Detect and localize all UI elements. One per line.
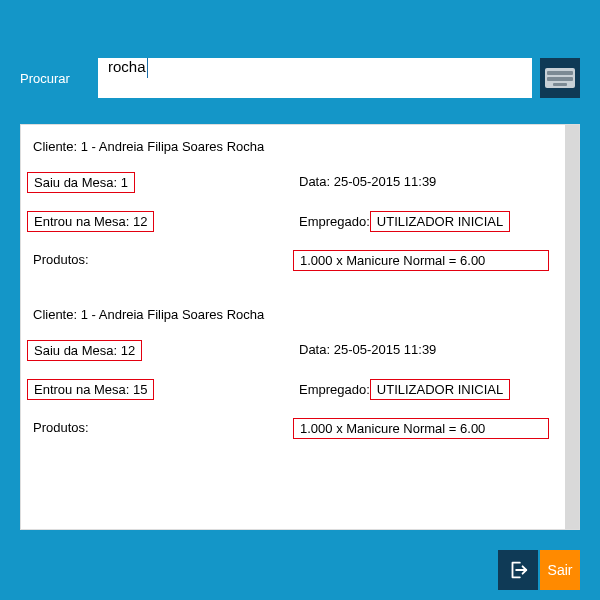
label-saiu: Saiu da Mesa: bbox=[34, 175, 117, 190]
value-saiu: 12 bbox=[121, 343, 135, 358]
value-entrou: 15 bbox=[133, 382, 147, 397]
text-caret bbox=[147, 58, 148, 78]
label-produtos: Produtos: bbox=[33, 252, 89, 267]
client-line: Cliente: 1 - Andreia Filipa Soares Rocha bbox=[27, 139, 559, 154]
exit-icon-box[interactable] bbox=[498, 550, 538, 590]
search-label: Procurar bbox=[20, 71, 90, 86]
label-saiu: Saiu da Mesa: bbox=[34, 343, 117, 358]
window: Procurar rocha Cliente: 1 - Andreia Fili… bbox=[0, 0, 600, 600]
label-entrou: Entrou na Mesa: bbox=[34, 382, 129, 397]
value-data: 25-05-2015 11:39 bbox=[334, 174, 437, 189]
entrou-box: Entrou na Mesa: 12 bbox=[27, 211, 154, 232]
keyboard-button[interactable] bbox=[540, 58, 580, 98]
client-name: Andreia Filipa Soares Rocha bbox=[99, 307, 264, 322]
value-data: 25-05-2015 11:39 bbox=[334, 342, 437, 357]
label-cliente: Cliente: bbox=[33, 307, 77, 322]
search-bar: Procurar rocha bbox=[20, 58, 580, 98]
label-data: Data: bbox=[299, 174, 330, 189]
value-saiu: 1 bbox=[121, 175, 128, 190]
row-produtos: Produtos: 1.000 x Manicure Normal = 6.00 bbox=[27, 418, 559, 439]
produto-box: 1.000 x Manicure Normal = 6.00 bbox=[293, 418, 549, 439]
search-input[interactable]: rocha bbox=[98, 58, 532, 98]
row-produtos: Produtos: 1.000 x Manicure Normal = 6.00 bbox=[27, 250, 559, 271]
label-entrou: Entrou na Mesa: bbox=[34, 214, 129, 229]
results-panel: Cliente: 1 - Andreia Filipa Soares Rocha… bbox=[20, 124, 580, 530]
row-saiu-data: Saiu da Mesa: 1 Data: 25-05-2015 11:39 bbox=[27, 172, 559, 193]
exit-icon bbox=[507, 559, 529, 581]
exit-button[interactable]: Sair bbox=[540, 550, 580, 590]
search-input-value: rocha bbox=[108, 58, 146, 75]
value-entrou: 12 bbox=[133, 214, 147, 229]
scrollbar[interactable] bbox=[565, 125, 579, 529]
keyboard-icon bbox=[545, 68, 575, 88]
saiu-box: Saiu da Mesa: 12 bbox=[27, 340, 142, 361]
row-entrou-emp: Entrou na Mesa: 12 Empregado: UTILIZADOR… bbox=[27, 211, 559, 232]
results-content: Cliente: 1 - Andreia Filipa Soares Rocha… bbox=[21, 125, 565, 529]
client-name: Andreia Filipa Soares Rocha bbox=[99, 139, 264, 154]
client-line: Cliente: 1 - Andreia Filipa Soares Rocha bbox=[27, 307, 559, 322]
row-entrou-emp: Entrou na Mesa: 15 Empregado: UTILIZADOR… bbox=[27, 379, 559, 400]
produto-box: 1.000 x Manicure Normal = 6.00 bbox=[293, 250, 549, 271]
label-data: Data: bbox=[299, 342, 330, 357]
label-empregado: Empregado: bbox=[299, 214, 370, 229]
row-saiu-data: Saiu da Mesa: 12 Data: 25-05-2015 11:39 bbox=[27, 340, 559, 361]
footer: Sair bbox=[498, 550, 580, 590]
client-id: 1 bbox=[81, 139, 88, 154]
label-produtos: Produtos: bbox=[33, 420, 89, 435]
label-empregado: Empregado: bbox=[299, 382, 370, 397]
empregado-box: UTILIZADOR INICIAL bbox=[370, 211, 510, 232]
client-id: 1 bbox=[81, 307, 88, 322]
entrou-box: Entrou na Mesa: 15 bbox=[27, 379, 154, 400]
log-entry: Cliente: 1 - Andreia Filipa Soares Rocha… bbox=[27, 307, 559, 439]
saiu-box: Saiu da Mesa: 1 bbox=[27, 172, 135, 193]
empregado-box: UTILIZADOR INICIAL bbox=[370, 379, 510, 400]
exit-button-label: Sair bbox=[548, 562, 573, 578]
label-cliente: Cliente: bbox=[33, 139, 77, 154]
log-entry: Cliente: 1 - Andreia Filipa Soares Rocha… bbox=[27, 139, 559, 271]
